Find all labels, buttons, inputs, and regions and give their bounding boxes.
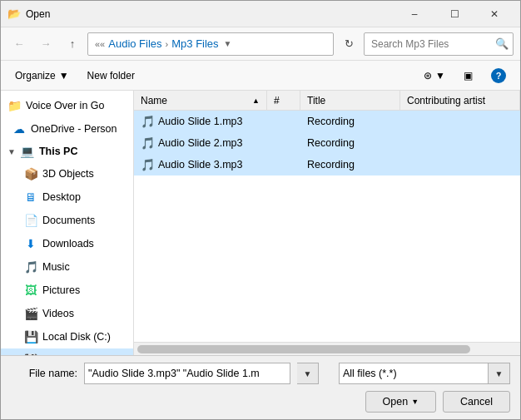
maximize-button[interactable]: ☐ — [435, 1, 474, 27]
filetype-wrap: ▼ — [339, 363, 510, 384]
buttons-row: Open ▼ Cancel — [11, 391, 510, 413]
back-button[interactable]: ← — [7, 32, 31, 56]
title-bar: 📂 Open – ☐ ✕ — [1, 1, 520, 27]
toolbar: Organize ▼ New folder ⊛ ▼ ▣ ? — [1, 61, 520, 91]
file-row-3[interactable]: 🎵 Audio Slide 3.mp3 Recording — [134, 154, 520, 175]
sidebar-item-downloads[interactable]: ⬇ Downloads — [1, 232, 133, 255]
refresh-button[interactable]: ↻ — [337, 32, 360, 56]
sidebar-item-label: OneDrive - Person — [31, 123, 117, 135]
sidebar-item-label: Desktop — [42, 191, 81, 203]
sidebar-item-local-disk-c[interactable]: 💾 Local Disk (C:) — [1, 325, 133, 348]
file-list-body: 🎵 Audio Slide 1.mp3 Recording 🎵 Audio Sl… — [134, 111, 520, 342]
view-icon: ⊛ — [424, 70, 432, 82]
sort-arrow-icon: ▲ — [252, 96, 260, 105]
title-bar-buttons: – ☐ ✕ — [395, 1, 514, 27]
chevron-separator: › — [166, 39, 169, 49]
sidebar-item-pictures[interactable]: 🖼 Pictures — [1, 279, 133, 302]
path-part-audio-files[interactable]: Audio Files — [108, 37, 161, 50]
computer-icon: 💻 — [21, 145, 34, 158]
organize-chevron-icon: ▼ — [59, 70, 69, 82]
scrollbar-thumb[interactable] — [137, 345, 470, 353]
col-name-header[interactable]: Name ▲ — [134, 91, 267, 110]
organize-label: Organize — [15, 70, 56, 82]
filename-input[interactable] — [84, 363, 290, 384]
onedrive-icon: ☁ — [12, 122, 26, 136]
mp3-icon: 🎵 — [141, 158, 155, 171]
sidebar-item-3d-objects[interactable]: 📦 3D Objects — [1, 162, 133, 185]
help-button[interactable]: ? — [484, 65, 514, 86]
search-wrap: 🔍 — [364, 32, 514, 56]
sidebar: 📁 Voice Over in Go ☁ OneDrive - Person ▼… — [1, 91, 134, 355]
file-name-cell: 🎵 Audio Slide 2.mp3 — [134, 136, 267, 150]
file-row-1[interactable]: 🎵 Audio Slide 1.mp3 Recording — [134, 111, 520, 132]
address-path[interactable]: «« Audio Files › Mp3 Files ▼ — [87, 32, 334, 56]
file-row-2[interactable]: 🎵 Audio Slide 2.mp3 Recording — [134, 132, 520, 154]
organize-button[interactable]: Organize ▼ — [7, 65, 77, 86]
sidebar-item-label: Local Disk (C:) — [42, 331, 111, 343]
file-title-cell: Recording — [300, 116, 400, 127]
filename-dropdown-button[interactable]: ▼ — [297, 363, 319, 384]
downloads-icon: ⬇ — [24, 237, 37, 250]
close-button[interactable]: ✕ — [475, 1, 514, 27]
filetype-dropdown-button[interactable]: ▼ — [489, 363, 510, 384]
sidebar-item-voice-over-in-go[interactable]: 📁 Voice Over in Go — [1, 94, 133, 117]
cancel-button[interactable]: Cancel — [443, 391, 510, 413]
pane-button[interactable]: ▣ — [456, 65, 480, 86]
file-title-cell: Recording — [300, 159, 400, 170]
sidebar-item-local-disk-d[interactable]: 💾 Local Disk (D:) — [1, 348, 133, 355]
toolbar-right: ⊛ ▼ ▣ ? — [416, 65, 514, 86]
sidebar-item-label: Pictures — [42, 284, 80, 296]
minimize-button[interactable]: – — [395, 1, 434, 27]
sidebar-item-this-pc[interactable]: ▼ 💻 This PC — [1, 141, 133, 162]
col-contributing-artist-header[interactable]: Contributing artist — [400, 91, 520, 110]
col-title-header[interactable]: Title — [300, 91, 400, 110]
sidebar-item-desktop[interactable]: 🖥 Desktop — [1, 185, 133, 209]
mp3-icon: 🎵 — [141, 136, 155, 150]
file-name-cell: 🎵 Audio Slide 3.mp3 — [134, 158, 267, 171]
path-separator-left: «« — [95, 39, 105, 49]
sidebar-item-documents[interactable]: 📄 Documents — [1, 209, 133, 232]
desktop-icon: 🖥 — [24, 190, 37, 204]
open-button[interactable]: Open ▼ — [365, 391, 437, 413]
path-part-mp3-files[interactable]: Mp3 Files — [171, 37, 218, 50]
pane-icon: ▣ — [464, 70, 473, 82]
filename-row: File name: ▼ ▼ — [11, 363, 510, 384]
sidebar-item-label: Voice Over in Go — [26, 100, 105, 111]
sidebar-item-onedrive[interactable]: ☁ OneDrive - Person — [1, 117, 133, 141]
sidebar-item-music[interactable]: 🎵 Music — [1, 255, 133, 279]
sidebar-item-label: 3D Objects — [42, 168, 94, 180]
view-button[interactable]: ⊛ ▼ — [416, 65, 453, 86]
folder-icon: 📁 — [7, 99, 21, 112]
forward-button[interactable]: → — [34, 32, 57, 56]
path-dropdown-chevron[interactable]: ▼ — [224, 39, 232, 48]
main-content: 📁 Voice Over in Go ☁ OneDrive - Person ▼… — [1, 91, 520, 355]
open-dialog: 📂 Open – ☐ ✕ ← → ↑ «« Audio Files › Mp3 … — [0, 0, 521, 420]
mp3-icon: 🎵 — [141, 115, 155, 128]
new-folder-label: New folder — [87, 70, 135, 82]
sidebar-item-label: Music — [42, 261, 70, 273]
music-icon: 🎵 — [24, 260, 37, 274]
filetype-input[interactable] — [339, 363, 489, 384]
sidebar-item-label: This PC — [39, 146, 78, 157]
file-list-header: Name ▲ # Title Contributing artist — [134, 91, 520, 111]
horizontal-scrollbar[interactable] — [134, 342, 520, 355]
sidebar-item-videos[interactable]: 🎬 Videos — [1, 302, 133, 325]
bottom-area: File name: ▼ ▼ Open ▼ Cancel — [1, 355, 520, 419]
sidebar-item-label: Downloads — [42, 238, 94, 250]
file-title-cell: Recording — [300, 137, 400, 149]
new-folder-button[interactable]: New folder — [80, 65, 142, 86]
videos-icon: 🎬 — [24, 307, 37, 320]
sidebar-item-label: Documents — [42, 215, 95, 226]
search-input[interactable] — [364, 32, 514, 56]
help-icon: ? — [491, 68, 506, 83]
col-hash-header[interactable]: # — [267, 91, 300, 110]
expand-arrow-icon: ▼ — [7, 147, 16, 156]
up-button[interactable]: ↑ — [61, 32, 84, 56]
filename-label: File name: — [11, 368, 77, 379]
pictures-icon: 🖼 — [24, 284, 37, 297]
dialog-icon: 📂 — [7, 7, 21, 21]
disk-c-icon: 💾 — [24, 330, 37, 343]
view-chevron-icon: ▼ — [435, 70, 445, 82]
file-name-cell: 🎵 Audio Slide 1.mp3 — [134, 115, 267, 128]
documents-icon: 📄 — [24, 214, 37, 227]
